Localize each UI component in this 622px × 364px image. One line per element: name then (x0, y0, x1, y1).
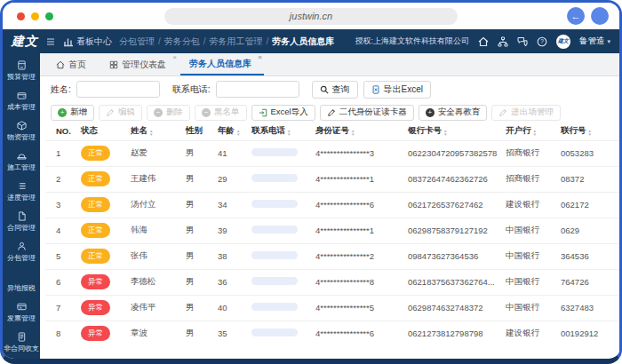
toolbar-button-4[interactable]: − 黑名单 (195, 105, 247, 121)
toolbar-button-2[interactable]: 编辑 (99, 105, 142, 121)
profile-circle[interactable] (591, 7, 609, 25)
breadcrumb-item[interactable]: 劳务人员信息库 (272, 36, 334, 48)
phone-input[interactable] (216, 81, 299, 98)
sort-icon[interactable]: ▲▼ (351, 130, 355, 136)
sidebar-item[interactable]: 物资管理 (3, 116, 40, 146)
sidebar-item-label: 物资管理 (7, 132, 36, 142)
breadcrumb-item[interactable]: 分包管理 (119, 36, 155, 48)
name-input[interactable] (76, 81, 160, 98)
column-header[interactable]: 联行号▲▼ (555, 123, 619, 140)
table-row[interactable]: 4 正常 韩海 男 39 4***************1 062987583… (45, 218, 619, 243)
hamburger-icon[interactable] (45, 36, 56, 47)
sidebar-item[interactable]: 施工管理 (3, 146, 40, 177)
status-badge: 正常 (81, 197, 110, 212)
minimize-window-button[interactable] (31, 12, 39, 20)
sort-icon[interactable]: ▲▼ (533, 130, 537, 136)
nav-icon-group (478, 36, 547, 47)
toolbar-button-1[interactable]: + 新增 (51, 105, 94, 121)
column-header[interactable]: 身份证号▲▼ (310, 123, 403, 140)
home-icon[interactable] (478, 36, 489, 47)
toolbar-button-8[interactable]: 进出场管理 (491, 105, 561, 121)
phone-redacted (251, 200, 298, 208)
question-icon[interactable] (537, 36, 547, 47)
chevron-down-icon: ▾ (607, 38, 610, 45)
plus-circle-icon: + (426, 108, 435, 117)
breadcrumb: 分包管理/劳务分包/劳务用工管理/劳务人员信息库 (119, 36, 334, 48)
column-header[interactable]: 性别 (180, 123, 212, 140)
sidebar-item[interactable]: 分包管理 (3, 237, 40, 267)
status-badge: 正常 (81, 223, 110, 238)
app-window: justwin.cn ← 建文 看板中心 分包管理/劳务分包/劳务用工管理/劳务… (0, 0, 622, 364)
tab-label: 劳务人员信息库 (189, 58, 251, 70)
back-button[interactable]: ← (567, 7, 585, 25)
sort-icon[interactable]: ▲▼ (149, 130, 153, 136)
query-button[interactable]: 查询 (312, 81, 358, 99)
sidebar-item[interactable]: 发票管理 (3, 297, 40, 328)
toolbar-button-3[interactable]: − 删除 (147, 105, 190, 121)
tab-bar: 首页 管理仪表盘 × 劳务人员信息库 × (40, 53, 619, 76)
sidebar-item-label: 合同管理 (7, 223, 36, 233)
column-header[interactable]: 姓名▲▼ (125, 123, 180, 140)
breadcrumb-item[interactable]: 劳务分包 (164, 36, 200, 48)
column-header[interactable]: 联系电话▲▼ (246, 123, 310, 140)
toolbar-button-6[interactable]: 二代身份证读卡器 (320, 105, 414, 121)
tab-3[interactable]: 劳务人员信息库 × (180, 53, 264, 75)
toolbar-button-5[interactable]: Excel导入 (251, 105, 315, 121)
board-center-link[interactable]: 看板中心 (63, 36, 112, 48)
tab-label: 首页 (68, 59, 86, 71)
column-header[interactable]: 年龄▲▼ (212, 123, 246, 140)
column-header[interactable]: 银行卡号▲▼ (403, 123, 500, 140)
chat-icon[interactable] (517, 36, 528, 47)
table-container: NO. 状态 姓名▲▼ 性别 年龄▲▼ 联系电话▲▼ 身份证号▲▼ 银行卡号▲▼… (40, 123, 619, 359)
sidebar-item[interactable]: 进度管理 (3, 177, 40, 207)
phone-redacted (251, 148, 298, 156)
close-icon[interactable]: × (258, 54, 262, 61)
table-row[interactable]: 8 异常 章波 男 35 4***************6 062127381… (45, 320, 619, 346)
column-header[interactable]: 状态 (76, 123, 125, 140)
minus-circle-icon: − (154, 108, 163, 117)
grid-icon (109, 60, 118, 69)
sidebar-item[interactable]: 非合同收支 (3, 328, 40, 358)
sidebar-item-label: 分包管理 (7, 253, 36, 263)
sidebar-item[interactable]: 成本管理 (3, 86, 40, 116)
bar-chart-icon (63, 36, 74, 47)
window-controls (17, 12, 53, 20)
export-excel-button[interactable]: 导出Excel (363, 81, 431, 99)
toolbar: + 新增 编辑 − 删除 − 黑名单 Excel导入 二代身份证读卡器 + 安全… (40, 102, 619, 123)
column-header[interactable]: NO. (45, 123, 76, 140)
user-menu[interactable]: 鲁管造 ▾ (579, 36, 610, 47)
sidebar-item-label: 进度管理 (7, 193, 36, 202)
close-icon[interactable]: × (172, 54, 177, 61)
column-header[interactable]: 开户行▲▼ (500, 123, 555, 140)
table-row[interactable]: 3 正常 汤付立 男 34 4***************6 06217265… (45, 192, 619, 218)
sort-icon[interactable]: ▲▼ (588, 130, 592, 136)
toolbar-button-7[interactable]: + 安全再教育 (419, 105, 488, 121)
table-row[interactable]: 7 异常 凌伟平 男 40 4***************5 06298746… (45, 295, 619, 320)
sidebar-item[interactable]: 合同管理 (3, 207, 40, 237)
sort-icon[interactable]: ▲▼ (236, 130, 240, 136)
export-label: 导出Excel (384, 83, 423, 96)
sidebar-item[interactable]: 预算管理 (3, 56, 40, 86)
name-label: 姓名: (51, 83, 71, 96)
board-center-label: 看板中心 (76, 36, 112, 48)
address-bar[interactable]: justwin.cn (164, 8, 458, 25)
status-badge: 异常 (81, 274, 110, 289)
sort-icon[interactable]: ▲▼ (287, 130, 291, 136)
table-row[interactable]: 2 正常 王建伟 男 29 4***************1 08372647… (45, 166, 619, 192)
sidebar-item-label: 成本管理 (7, 102, 36, 112)
phone-label: 联系电话: (172, 83, 211, 96)
close-window-button[interactable] (17, 12, 25, 20)
maximize-window-button[interactable] (45, 12, 53, 20)
breadcrumb-item[interactable]: 劳务用工管理 (210, 36, 263, 48)
status-badge: 异常 (81, 300, 110, 315)
sidebar-item[interactable]: 异地报税 (3, 267, 40, 297)
tab-1[interactable]: 首页 (47, 53, 99, 75)
table-row[interactable]: 5 正常 张伟 男 38 4***************2 098473627… (45, 243, 619, 269)
sort-icon[interactable]: ▲▼ (443, 130, 447, 136)
person-icon (17, 241, 27, 251)
browser-chrome: justwin.cn ← (3, 3, 619, 29)
table-row[interactable]: 6 异常 李德松 男 36 4***************8 06218375… (45, 269, 619, 295)
tab-2[interactable]: 管理仪表盘 × (100, 53, 179, 75)
table-row[interactable]: 1 正常 赵爱 男 41 4***************3 062230472… (45, 140, 619, 166)
sitemap-icon[interactable] (498, 36, 508, 47)
